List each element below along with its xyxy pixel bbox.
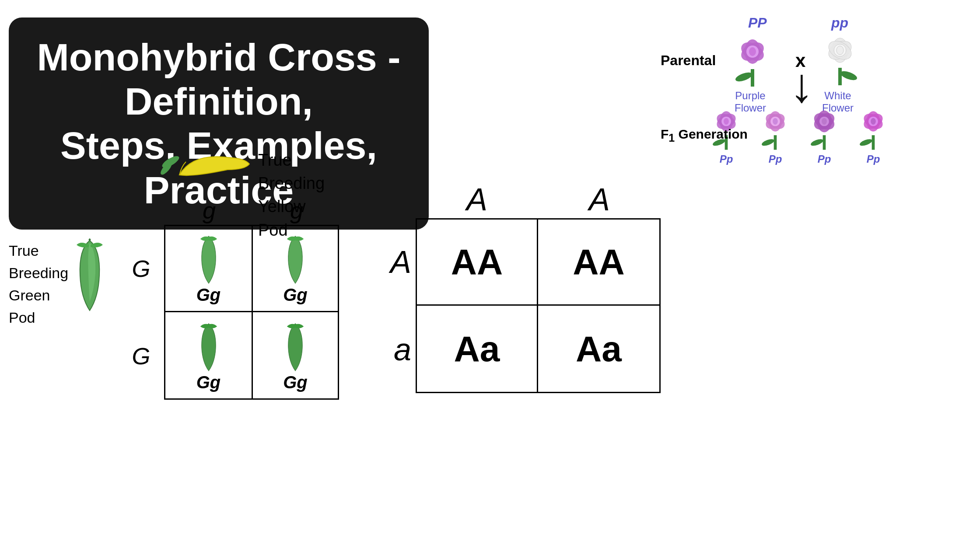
cell-gg2-label: Gg [283, 285, 308, 305]
punnett-cell-AA2: AA [538, 218, 661, 306]
row-label-a-right: a [376, 331, 416, 367]
svg-point-27 [773, 118, 778, 125]
svg-point-8 [839, 70, 858, 82]
svg-point-36 [859, 138, 873, 147]
punnett-cell-gg2: Gg [252, 225, 339, 312]
punnett-cell-gg1: Gg [164, 225, 252, 312]
svg-point-20 [724, 118, 729, 125]
punnett-cell-gg4: Gg [252, 312, 339, 400]
row-label-G1: G [118, 255, 164, 282]
col-label-A1: A [416, 181, 538, 217]
f1-flower-4: Pp [851, 101, 895, 165]
punnett-right-row1-cells: AA AA [416, 218, 661, 306]
f1-genotype-1: Pp [720, 153, 733, 165]
punnett-left-col-headers: g g [165, 197, 340, 224]
row-label-G2: G [118, 342, 164, 370]
svg-point-1 [734, 71, 753, 84]
parental-label: Parental [661, 52, 716, 69]
svg-rect-0 [751, 69, 754, 87]
svg-point-29 [810, 138, 824, 147]
punnett-left-row2-cells: Gg Gg [164, 312, 339, 400]
col-label-A2: A [538, 181, 661, 217]
f1-section: F1 Generation Pp [661, 101, 958, 165]
svg-point-22 [761, 138, 775, 147]
punnett-left-rows: G Gg G [118, 225, 340, 400]
f1-label: F1 Generation [661, 127, 748, 144]
svg-rect-21 [774, 135, 777, 150]
svg-rect-35 [872, 135, 875, 150]
svg-point-41 [871, 118, 876, 125]
cell-gg3-label: Gg [196, 373, 221, 392]
green-pod-label: True Breeding Green Pod [9, 240, 68, 329]
punnett-cell-AA1: AA [416, 218, 538, 306]
punnett-left-row1-cells: Gg Gg [164, 225, 339, 312]
punnett-left-row-2: G Gg G [118, 312, 340, 400]
pp-genotype-label: PP [748, 15, 767, 31]
punnett-right-row-1: A AA AA [376, 218, 661, 306]
punnett-right-row-2: a Aa Aa [376, 306, 661, 393]
f1-genotype-2: Pp [769, 153, 782, 165]
purple-flower [726, 30, 779, 88]
f1-genotype-3: Pp [818, 153, 831, 165]
punnett-cell-gg3: Gg [164, 312, 252, 400]
f1-genotype-4: Pp [867, 153, 880, 165]
svg-rect-7 [838, 68, 842, 85]
row-label-A-right: A [376, 244, 416, 280]
cell-gg1-label: Gg [196, 285, 221, 305]
svg-point-13 [836, 46, 844, 55]
punnett-left-row-1: G Gg G [118, 225, 340, 312]
green-pod-illustration [72, 236, 107, 317]
punnett-left-section: g g G Gg [118, 197, 340, 400]
svg-rect-28 [823, 135, 826, 150]
col-label-g1: g [165, 197, 253, 224]
punnett-right-section: A A A AA AA a Aa Aa [376, 181, 661, 393]
svg-point-6 [749, 47, 756, 56]
punnett-right-row2-cells: Aa Aa [416, 306, 661, 393]
f1-flower-2: Pp [753, 101, 797, 165]
white-flower [814, 28, 866, 87]
col-label-g2: g [253, 197, 340, 224]
punnett-cell-Aa2: Aa [538, 306, 661, 393]
cell-gg4-label: Gg [283, 373, 308, 392]
punnett-right-col-headers: A A [416, 181, 661, 217]
f1-flower-3: Pp [802, 101, 846, 165]
punnett-cell-Aa1: Aa [416, 306, 538, 393]
svg-point-34 [822, 118, 827, 125]
